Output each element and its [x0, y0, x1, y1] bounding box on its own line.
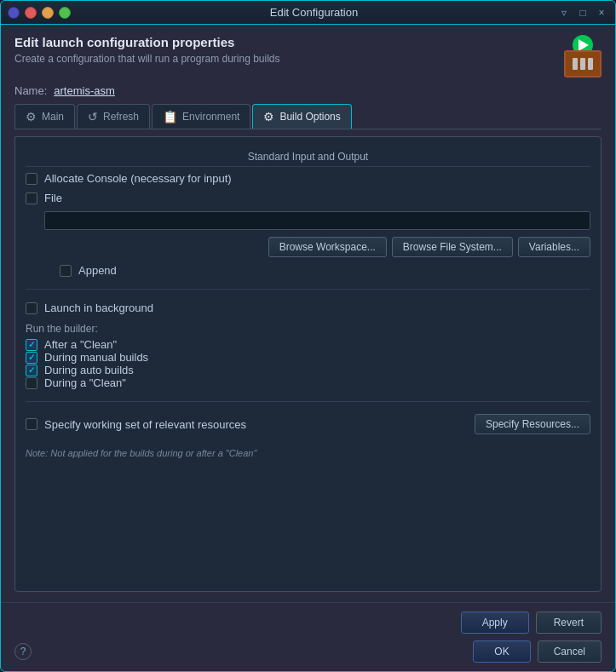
- append-label: Append: [78, 264, 117, 277]
- browse-workspace-button[interactable]: Browse Workspace...: [268, 237, 387, 257]
- run-builder-section: Run the builder: After a "Clean" During …: [26, 323, 590, 389]
- dialog-title: Edit launch configuration properties: [14, 35, 280, 49]
- maximize-button[interactable]: [59, 7, 71, 19]
- variables-button[interactable]: Variables...: [518, 237, 590, 257]
- name-row: Name: artemis-asm: [14, 84, 602, 97]
- title-icon-3[interactable]: ×: [595, 6, 608, 20]
- after-clean-checkbox[interactable]: [26, 339, 37, 351]
- title-bar-right: ▿ □ ×: [557, 6, 608, 20]
- dialog-subtitle: Create a configuration that will run a p…: [14, 53, 280, 65]
- tab-refresh[interactable]: ↺ Refresh: [77, 104, 150, 129]
- ok-button[interactable]: OK: [473, 640, 530, 663]
- run-builder-label: Run the builder:: [26, 323, 590, 335]
- cancel-button[interactable]: Cancel: [538, 640, 602, 663]
- environment-tab-icon: 📋: [163, 110, 177, 123]
- play-triangle-icon: [579, 39, 589, 51]
- footer-buttons-top: Apply Revert: [14, 612, 602, 634]
- after-clean-row: After a "Clean": [26, 338, 590, 351]
- tool-3: [588, 58, 593, 70]
- name-value: artemis-asm: [54, 84, 115, 97]
- ok-cancel-group: OK Cancel: [473, 640, 602, 663]
- during-manual-row: During manual builds: [26, 351, 590, 364]
- during-clean-label: During a "Clean": [44, 376, 126, 389]
- tab-environment[interactable]: 📋 Environment: [152, 104, 250, 129]
- specify-resources-button[interactable]: Specify Resources...: [475, 414, 590, 434]
- name-label: Name:: [14, 84, 47, 97]
- file-label: File: [44, 192, 62, 204]
- tabs: ⚙ Main ↺ Refresh 📋 Environment ⚙ Build O…: [14, 104, 602, 129]
- divider-2: [26, 401, 590, 402]
- browse-filesystem-button[interactable]: Browse File System...: [392, 237, 513, 257]
- append-row: Append: [60, 264, 590, 277]
- content: Edit launch configuration properties Cre…: [1, 25, 615, 602]
- title-bar: Edit Configuration ▿ □ ×: [1, 1, 615, 25]
- note-text: Note: Not applied for the builds during …: [26, 448, 590, 458]
- during-manual-label: During manual builds: [44, 351, 148, 364]
- refresh-tab-icon: ↺: [88, 110, 98, 123]
- footer-buttons-bottom: ? OK Cancel: [14, 640, 602, 663]
- launch-background-row: Launch in background: [26, 302, 590, 314]
- launch-background-checkbox[interactable]: [26, 302, 37, 314]
- launch-background-label: Launch in background: [44, 302, 153, 314]
- file-input[interactable]: [44, 211, 590, 230]
- revert-button[interactable]: Revert: [536, 612, 602, 634]
- environment-tab-label: Environment: [182, 111, 239, 123]
- tool-2: [580, 58, 585, 70]
- special-button[interactable]: [8, 7, 20, 19]
- header-icon: [550, 35, 602, 78]
- main-tab-label: Main: [42, 111, 64, 123]
- refresh-tab-label: Refresh: [103, 111, 139, 123]
- during-manual-checkbox[interactable]: [26, 352, 37, 364]
- during-clean-row: During a "Clean": [26, 376, 590, 389]
- header-section: Edit launch configuration properties Cre…: [14, 35, 602, 78]
- append-checkbox[interactable]: [60, 265, 72, 277]
- window-title: Edit Configuration: [71, 6, 557, 19]
- header-text: Edit launch configuration properties Cre…: [14, 35, 280, 65]
- during-auto-checkbox[interactable]: [26, 365, 37, 376]
- footer: Apply Revert ? OK Cancel: [1, 602, 615, 671]
- specify-working-set-checkbox[interactable]: [26, 418, 37, 430]
- after-clean-label: After a "Clean": [44, 338, 117, 351]
- tab-build-options[interactable]: ⚙ Build Options: [252, 104, 351, 129]
- allocate-console-label: Allocate Console (necessary for input): [44, 172, 232, 185]
- tab-main[interactable]: ⚙ Main: [14, 104, 75, 129]
- divider-1: [26, 289, 590, 290]
- allocate-console-checkbox[interactable]: [26, 173, 37, 185]
- title-icon-2[interactable]: □: [576, 6, 590, 20]
- during-auto-label: During auto builds: [44, 364, 134, 376]
- title-icon-1[interactable]: ▿: [557, 6, 571, 20]
- standard-io-section: Standard Input and Output Allocate Conso…: [26, 147, 590, 277]
- help-icon[interactable]: ?: [14, 643, 32, 660]
- io-form-group: Allocate Console (necessary for input) F…: [26, 172, 590, 277]
- file-button-row: Browse Workspace... Browse File System..…: [26, 237, 590, 257]
- tool-1: [573, 58, 578, 70]
- specify-working-set-row: Specify working set of relevant resource…: [26, 414, 590, 434]
- file-checkbox-row: File: [26, 192, 590, 204]
- specify-working-set-label: Specify working set of relevant resource…: [44, 418, 246, 431]
- minimize-button[interactable]: [42, 7, 54, 19]
- section-title: Standard Input and Output: [26, 147, 590, 167]
- close-button[interactable]: [25, 7, 37, 19]
- main-tab-icon: ⚙: [26, 110, 37, 123]
- toolbox-icon: [564, 50, 602, 78]
- file-input-row: [44, 211, 590, 230]
- file-checkbox[interactable]: [26, 192, 37, 204]
- title-bar-left: [8, 7, 71, 19]
- toolbox-tools: [573, 58, 593, 70]
- window: Edit Configuration ▿ □ × Edit launch con…: [0, 0, 616, 672]
- allocate-console-row: Allocate Console (necessary for input): [26, 172, 590, 185]
- during-auto-row: During auto builds: [26, 364, 590, 376]
- during-clean-checkbox[interactable]: [26, 377, 37, 389]
- build-options-tab-label: Build Options: [279, 111, 340, 123]
- build-options-tab-icon: ⚙: [263, 110, 274, 123]
- build-options-panel: Standard Input and Output Allocate Conso…: [14, 136, 602, 592]
- apply-button[interactable]: Apply: [461, 612, 529, 634]
